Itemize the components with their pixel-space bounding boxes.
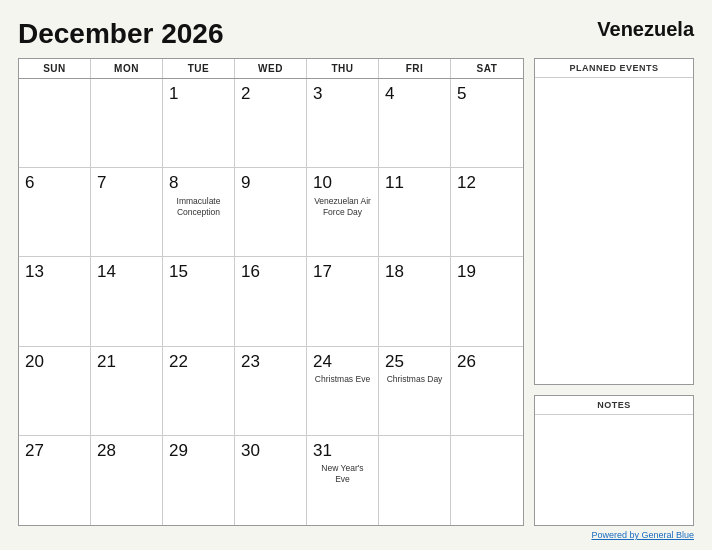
cell-number: 7 [97,173,106,193]
cell-number: 1 [169,84,178,104]
calendar-cell: 24Christmas Eve [307,347,379,436]
cell-number: 13 [25,262,44,282]
cell-number: 8 [169,173,178,193]
day-header: SUN [19,59,91,78]
calendar-cell: 12 [451,168,523,257]
cell-number: 29 [169,441,188,461]
calendar-cell: 5 [451,79,523,168]
cell-event: Immaculate Conception [169,196,228,218]
footer: Powered by General Blue [18,530,694,540]
cell-number: 19 [457,262,476,282]
calendar-cell: 27 [19,436,91,525]
calendar-cell: 9 [235,168,307,257]
calendar-cell: 15 [163,257,235,346]
cell-number: 6 [25,173,34,193]
calendar-section: SUNMONTUEWEDTHUFRISAT 12345678Immaculate… [18,58,524,526]
planned-events-content [535,78,693,384]
calendar-cell: 23 [235,347,307,436]
country-title: Venezuela [597,18,694,41]
day-header: SAT [451,59,523,78]
planned-events-title: PLANNED EVENTS [535,59,693,78]
calendar-cell: 2 [235,79,307,168]
cell-number: 22 [169,352,188,372]
cell-number: 4 [385,84,394,104]
cell-number: 31 [313,441,332,461]
day-header: TUE [163,59,235,78]
calendar-cell: 18 [379,257,451,346]
day-header: WED [235,59,307,78]
notes-box: NOTES [534,395,694,526]
calendar-cell: 20 [19,347,91,436]
calendar-grid: 12345678Immaculate Conception910Venezuel… [19,79,523,525]
cell-event: New Year's Eve [313,463,372,485]
calendar-cell: 8Immaculate Conception [163,168,235,257]
calendar-cell: 22 [163,347,235,436]
cell-number: 15 [169,262,188,282]
calendar-cell: 25Christmas Day [379,347,451,436]
calendar-cell: 19 [451,257,523,346]
calendar-cell: 7 [91,168,163,257]
cell-number: 10 [313,173,332,193]
notes-content [535,415,693,525]
cell-number: 9 [241,173,250,193]
cell-number: 28 [97,441,116,461]
cell-number: 23 [241,352,260,372]
calendar-cell [91,79,163,168]
calendar-cell: 30 [235,436,307,525]
cell-event: Christmas Day [385,374,444,385]
calendar-cell: 28 [91,436,163,525]
cell-number: 16 [241,262,260,282]
cell-number: 26 [457,352,476,372]
cell-number: 27 [25,441,44,461]
cell-number: 17 [313,262,332,282]
calendar-cell: 1 [163,79,235,168]
calendar-cell: 31New Year's Eve [307,436,379,525]
cell-number: 30 [241,441,260,461]
day-header: MON [91,59,163,78]
notes-title: NOTES [535,396,693,415]
cell-number: 25 [385,352,404,372]
calendar-cell: 21 [91,347,163,436]
cell-number: 20 [25,352,44,372]
cell-number: 5 [457,84,466,104]
calendar-cell [379,436,451,525]
cell-number: 14 [97,262,116,282]
day-header: THU [307,59,379,78]
calendar-cell: 11 [379,168,451,257]
calendar-cell [19,79,91,168]
cell-number: 21 [97,352,116,372]
cell-number: 2 [241,84,250,104]
calendar-cell: 13 [19,257,91,346]
cell-number: 24 [313,352,332,372]
day-headers: SUNMONTUEWEDTHUFRISAT [19,59,523,79]
cell-number: 3 [313,84,322,104]
month-title: December 2026 [18,18,223,50]
header: December 2026 Venezuela [18,18,694,50]
calendar-cell: 3 [307,79,379,168]
planned-events-box: PLANNED EVENTS [534,58,694,385]
page: December 2026 Venezuela SUNMONTUEWEDTHUF… [0,0,712,550]
sidebar: PLANNED EVENTS NOTES [534,58,694,526]
calendar-cell: 26 [451,347,523,436]
cell-event: Venezuelan Air Force Day [313,196,372,218]
calendar-cell: 10Venezuelan Air Force Day [307,168,379,257]
day-header: FRI [379,59,451,78]
calendar-cell [451,436,523,525]
cell-number: 18 [385,262,404,282]
cell-number: 11 [385,173,404,193]
main-content: SUNMONTUEWEDTHUFRISAT 12345678Immaculate… [18,58,694,526]
cell-number: 12 [457,173,476,193]
powered-by-link[interactable]: Powered by General Blue [591,530,694,540]
calendar-cell: 6 [19,168,91,257]
calendar-cell: 17 [307,257,379,346]
calendar-cell: 16 [235,257,307,346]
calendar-cell: 29 [163,436,235,525]
calendar-cell: 14 [91,257,163,346]
calendar-cell: 4 [379,79,451,168]
cell-event: Christmas Eve [313,374,372,385]
